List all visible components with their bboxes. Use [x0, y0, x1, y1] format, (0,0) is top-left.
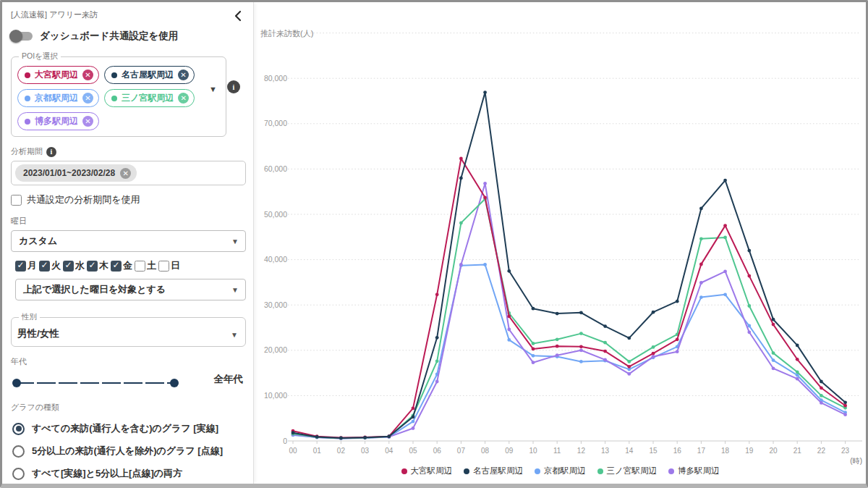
chip-remove-icon[interactable]: ✕ [82, 70, 93, 80]
data-point [483, 91, 487, 94]
weekday-checkbox-火[interactable]: 火 [39, 259, 61, 272]
gender-select-field[interactable]: 性別 男性/女性 ▼ [11, 312, 246, 347]
data-point [459, 263, 463, 266]
legend-item[interactable]: 三ノ宮駅周辺 [597, 466, 657, 476]
poi-info-icon[interactable]: i [227, 80, 240, 93]
weekday-checkbox-金[interactable]: 金 [111, 259, 132, 272]
data-point [747, 249, 751, 253]
graph-type-radio-0[interactable]: すべての来訪(通行人を含む)のグラフ [実線] [12, 422, 246, 435]
age-range-slider[interactable] [12, 379, 179, 387]
legend-item[interactable]: 博多駅周辺 [668, 466, 720, 476]
data-point [772, 366, 775, 370]
weekday-preset-caret-icon: ▼ [231, 237, 239, 245]
x-tick-label: 00 [289, 447, 297, 455]
chart-panel: 010,00020,00030,00040,00050,00060,00070,… [255, 2, 866, 484]
chevron-left-icon [233, 10, 243, 22]
poi-chip[interactable]: 京都駅周辺✕ [17, 89, 99, 107]
x-tick-label: 22 [817, 447, 826, 455]
data-point [412, 420, 415, 424]
poi-chip-label: 名古屋駅周辺 [122, 69, 174, 81]
data-point [483, 182, 487, 185]
data-point [579, 348, 583, 352]
poi-chip[interactable]: 三ノ宮駅周辺✕ [104, 89, 195, 107]
graph-type-radio-label: すべての来訪(通行人を含む)のグラフ [実線] [32, 422, 218, 435]
poi-chip[interactable]: 大宮駅周辺✕ [17, 66, 99, 84]
poi-chip[interactable]: 博多駅周辺✕ [17, 112, 99, 130]
chip-remove-icon[interactable]: ✕ [82, 116, 93, 127]
period-info-icon[interactable]: i [46, 147, 56, 157]
legend-item[interactable]: 大宮駅周辺 [401, 466, 453, 476]
period-chip-remove-icon[interactable]: ✕ [120, 168, 131, 179]
weekday-checkbox-水[interactable]: 水 [63, 259, 85, 272]
gender-caret-icon: ▼ [231, 331, 238, 339]
toggle-label: ダッシュボード共通設定を使用 [40, 30, 178, 43]
x-tick-label: 12 [577, 447, 586, 455]
graph-type-radio-label: 5分以上の来訪(通行人を除外)のグラフ [点線] [32, 445, 223, 458]
graph-type-radio-1[interactable]: 5分以上の来訪(通行人を除外)のグラフ [点線] [12, 445, 246, 458]
series-三ノ宮駅周辺 [292, 197, 847, 439]
data-point [699, 281, 703, 285]
data-point [772, 323, 775, 327]
weekday-checkbox-月[interactable]: 月 [15, 259, 37, 272]
data-point [532, 348, 535, 351]
period-chip[interactable]: 2023/01/01~2023/02/28 ✕ [15, 164, 137, 182]
x-tick-label: 07 [457, 447, 466, 455]
data-point [579, 360, 583, 363]
chip-remove-icon[interactable]: ✕ [178, 93, 189, 104]
chart-canvas[interactable]: 010,00020,00030,00040,00050,00060,00070,… [255, 2, 866, 484]
period-input-box[interactable]: 2023/01/01~2023/02/28 ✕ [11, 161, 246, 185]
poi-select-field[interactable]: POIを選択 大宮駅周辺✕名古屋駅周辺✕京都駅周辺✕三ノ宮駅周辺✕博多駅周辺✕ [11, 51, 226, 137]
chip-remove-icon[interactable]: ✕ [82, 93, 93, 104]
data-point [772, 318, 775, 321]
chip-remove-icon[interactable]: ✕ [178, 70, 189, 80]
legend-color-dot [597, 468, 603, 474]
data-point [699, 295, 703, 299]
graph-type-radio-2[interactable]: すべて[実線]と5分以上[点線]の両方 [12, 467, 246, 480]
data-point [507, 269, 511, 273]
x-tick-label: 13 [601, 447, 610, 455]
weekday-checkbox-土[interactable]: 土 [135, 259, 156, 272]
data-point [579, 311, 583, 314]
legend-label: 京都駅周辺 [544, 466, 586, 476]
x-tick-label: 20 [769, 447, 778, 455]
weekday-checkbox-木[interactable]: 木 [87, 259, 109, 272]
data-point [532, 361, 535, 364]
data-point [772, 351, 775, 355]
legend-item[interactable]: 名古屋駅周辺 [464, 466, 523, 476]
common-period-checkbox-row[interactable]: 共通設定の分析期間を使用 [11, 193, 246, 206]
x-tick-label: 19 [745, 447, 754, 455]
weekday-target-select[interactable]: 上記で選択した曜日を対象とする ▼ [15, 279, 246, 300]
graph-type-radio-label: すべて[実線]と5分以上[点線]の両方 [32, 467, 182, 480]
slider-track [15, 382, 176, 384]
poi-chip-label: 大宮駅周辺 [35, 69, 78, 81]
weekday-preset-select[interactable]: カスタム ▼ [11, 230, 246, 252]
slider-handle-max[interactable] [170, 379, 179, 387]
collapse-sidebar-button[interactable] [230, 8, 246, 24]
common-period-checkbox-label: 共通設定の分析期間を使用 [27, 193, 140, 206]
poi-dropdown-caret-icon[interactable]: ▼ [209, 85, 217, 93]
data-point [843, 404, 847, 408]
common-settings-toggle[interactable] [11, 32, 33, 41]
common-period-checkbox[interactable] [11, 195, 22, 206]
data-point [796, 370, 799, 374]
poi-chip-list: 大宮駅周辺✕名古屋駅周辺✕京都駅周辺✕三ノ宮駅周辺✕博多駅周辺✕ [17, 66, 220, 130]
weekday-checkbox-日[interactable]: 日 [158, 259, 180, 272]
legend-item[interactable]: 京都駅周辺 [535, 466, 586, 476]
data-point [483, 195, 487, 199]
poi-color-dot [25, 96, 30, 101]
data-point [796, 377, 799, 381]
poi-chip[interactable]: 名古屋駅周辺✕ [104, 66, 195, 84]
radio-icon [12, 445, 25, 458]
weekday-checkbox-box [63, 261, 74, 272]
weekday-checkbox-box [15, 261, 26, 272]
x-tick-label: 14 [625, 447, 634, 455]
legend-color-dot [535, 468, 540, 474]
slider-handle-min[interactable] [12, 379, 21, 387]
period-label: 分析期間 [11, 146, 43, 157]
radio-icon [12, 423, 25, 435]
data-point [843, 413, 847, 416]
x-tick-label: 02 [337, 447, 346, 455]
weekday-label: 日 [171, 259, 180, 272]
poi-color-dot [25, 72, 30, 78]
x-tick-label: 09 [505, 447, 514, 455]
